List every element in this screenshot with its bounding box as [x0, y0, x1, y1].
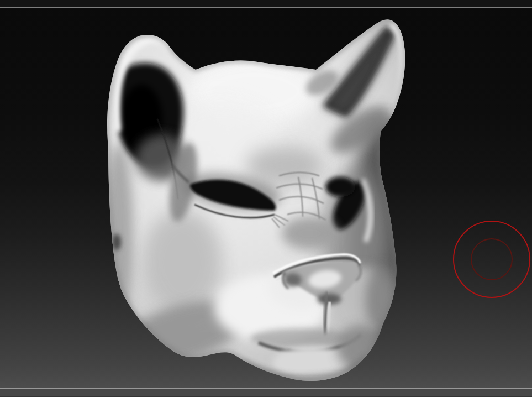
- shade-brow-center: [246, 146, 323, 186]
- brush-cursor-outer-ring: [454, 221, 530, 297]
- brush-cursor: [454, 221, 530, 297]
- left-edge-dimple: [112, 234, 121, 250]
- top-toolbar-strip: [0, 0, 532, 8]
- nostril-shade-left: [284, 273, 302, 286]
- model-feline-head[interactable]: [104, 19, 428, 381]
- brush-cursor-inner-ring: [471, 239, 512, 280]
- philtrum-highlight: [328, 302, 330, 333]
- bottom-toolbar-strip: [0, 388, 532, 397]
- chin-right-shade: [337, 325, 383, 372]
- nose-bridge-shadow: [282, 217, 337, 250]
- canvas-render: [0, 8, 532, 388]
- bottom-bar: [0, 389, 532, 396]
- sculpt-canvas[interactable]: [0, 8, 532, 388]
- right-eye-upper-shadow: [325, 177, 355, 197]
- shade-left-cheek: [143, 210, 222, 315]
